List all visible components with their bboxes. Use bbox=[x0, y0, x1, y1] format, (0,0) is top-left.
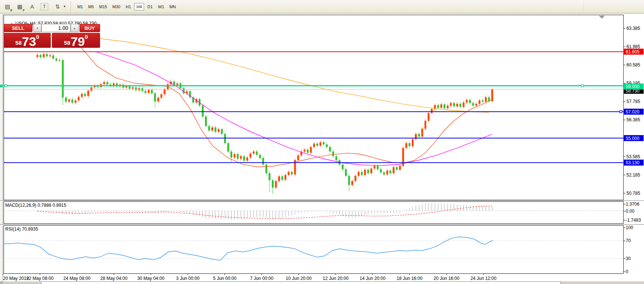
price-axis-label: 61.985 bbox=[626, 44, 640, 49]
macd-values: 0.7888 0.8915 bbox=[38, 203, 66, 208]
trade-panel-prices: 58 73 0 58 79 0 bbox=[4, 33, 100, 48]
one-click-trade-panel: SELL ▼ ▲ BUY 58 73 0 58 79 0 bbox=[4, 24, 100, 48]
price-tag-label: 59.000 bbox=[626, 84, 640, 89]
buy-price-big: 79 bbox=[71, 36, 85, 47]
fast-ma-red bbox=[80, 47, 492, 167]
buy-price-sup: 0 bbox=[85, 34, 88, 40]
time-axis-label: 14 Jun 20:00 bbox=[360, 276, 386, 281]
bottom-window-strip bbox=[0, 281, 644, 284]
rsi-axis-label: 0 bbox=[626, 269, 628, 274]
price-axis-label: 56.385 bbox=[626, 117, 640, 122]
macd-axis-label: 0.00 bbox=[626, 209, 635, 214]
macd-signal-line bbox=[37, 206, 492, 219]
rsi-label: RSI(14) 70.8935 bbox=[5, 227, 38, 232]
macd-name: MACD(12,26,9) bbox=[5, 203, 36, 208]
pane-border bbox=[4, 202, 623, 224]
price-axis-label: 52.185 bbox=[626, 172, 640, 178]
macd-axis-label: 1.3706 bbox=[626, 202, 640, 207]
hline-handle[interactable] bbox=[5, 85, 7, 87]
volume-decrease-button[interactable]: ▼ bbox=[33, 24, 41, 32]
time-axis-label: 10 Jun 20:00 bbox=[286, 276, 312, 281]
buy-price-tile[interactable]: 58 79 0 bbox=[52, 33, 100, 48]
trade-panel-controls: SELL ▼ ▲ BUY bbox=[4, 24, 100, 32]
rsi-axis-label: 70 bbox=[626, 238, 631, 243]
time-axis-label: 28 May 04:00 bbox=[100, 276, 128, 281]
price-tag-label: 55.000 bbox=[626, 136, 640, 141]
price-tag-label: 57.020 bbox=[626, 109, 640, 115]
time-axis-label: 5 Jun 00:00 bbox=[213, 276, 237, 281]
time-axis-label: 12 Jun 20:00 bbox=[323, 276, 349, 281]
time-axis-label: 20 May 2019 bbox=[3, 276, 29, 281]
hline-edge-handle[interactable] bbox=[0, 85, 3, 87]
price-axis-label: 50.785 bbox=[626, 191, 640, 196]
rsi-axis-label: 30 bbox=[626, 256, 631, 261]
time-axis-label: 20 Jun 16:00 bbox=[433, 276, 460, 281]
volume-input[interactable] bbox=[41, 24, 71, 32]
rsi-line bbox=[4, 237, 493, 260]
sell-price-tile[interactable]: 58 73 0 bbox=[4, 33, 51, 48]
bottom-corner bbox=[0, 281, 3, 284]
medium-ma-magenta bbox=[96, 52, 492, 166]
sell-price-prefix: 58 bbox=[15, 40, 22, 46]
macd-pane[interactable]: 1.37060.00-1.7483 bbox=[4, 202, 641, 223]
macd-label: MACD(12,26,9) 0.7888 0.8915 bbox=[5, 203, 66, 208]
price-axis[interactable]: 63.38561.98560.58559.18557.78556.38554.9… bbox=[623, 26, 644, 196]
price-axis-label: 53.585 bbox=[626, 154, 640, 159]
time-axis[interactable]: 20 May 201922 May 08:0024 May 08:0028 Ma… bbox=[3, 274, 497, 281]
time-axis-label: 24 Jun 12:00 bbox=[470, 276, 497, 281]
hline-handle[interactable] bbox=[620, 110, 622, 113]
time-axis-label: 30 May 04:00 bbox=[137, 276, 165, 281]
metatrader-window: ▨E ▦F A T ⇅ ▼ M1M5M15M30H1H4D1W1MN 63.38… bbox=[0, 0, 644, 284]
time-axis-label: 18 Jun 16:00 bbox=[396, 276, 423, 281]
time-axis-label: 22 May 08:00 bbox=[27, 276, 54, 281]
price-tag-label: 53.130 bbox=[626, 160, 640, 165]
buy-price-prefix: 58 bbox=[64, 40, 71, 46]
volume-increase-button[interactable]: ▲ bbox=[71, 24, 79, 32]
next-window-edge bbox=[41, 281, 561, 284]
price-axis-label: 57.785 bbox=[626, 99, 640, 104]
rsi-axis-label: 100 bbox=[626, 225, 633, 230]
buy-button[interactable]: BUY bbox=[80, 24, 100, 32]
chart-shift-marker-icon[interactable] bbox=[599, 16, 605, 19]
sell-price-big: 73 bbox=[22, 36, 36, 47]
hline-handle[interactable] bbox=[581, 85, 584, 87]
macd-axis-label: -1.7483 bbox=[626, 218, 641, 223]
time-axis-label: 7 Jun 00:00 bbox=[250, 276, 274, 281]
time-axis-label: 3 Jun 00:00 bbox=[176, 276, 200, 281]
price-axis-label: 60.585 bbox=[626, 62, 640, 68]
sell-price-sup: 0 bbox=[36, 34, 39, 40]
price-tag-label: 61.605 bbox=[626, 49, 640, 54]
pane-border bbox=[4, 225, 623, 274]
rsi-pane[interactable]: 10070300 bbox=[4, 225, 633, 274]
candlestick-series bbox=[37, 53, 493, 194]
sell-button[interactable]: SELL bbox=[4, 24, 32, 32]
price-axis-label: 63.385 bbox=[626, 26, 640, 31]
time-axis-label: 24 May 08:00 bbox=[63, 276, 91, 281]
